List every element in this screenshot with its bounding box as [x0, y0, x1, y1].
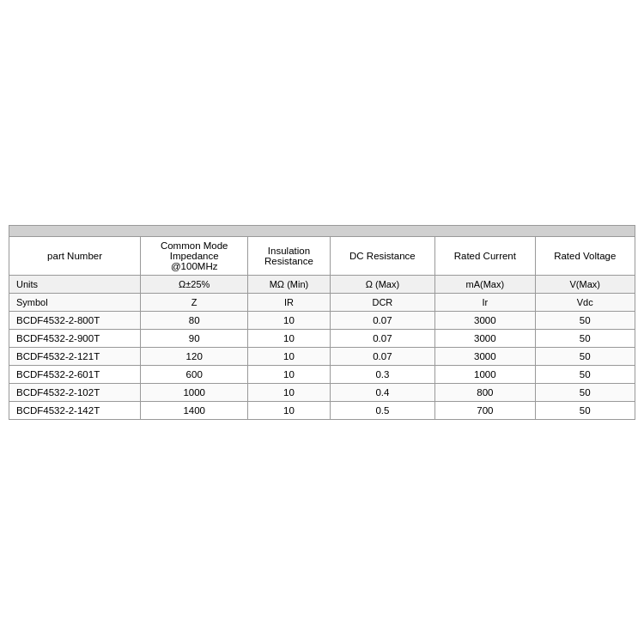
table-row: BCDF4532-2-900T90100.07300050 [9, 329, 635, 347]
table-row: BCDF4532-2-121T120100.07300050 [9, 347, 635, 365]
cell-impedance: 1400 [141, 401, 248, 419]
cell-part_number: BCDF4532-2-142T [9, 401, 141, 419]
symbol-insulation: IR [248, 293, 330, 311]
table-row: BCDF4532-2-142T1400100.570050 [9, 401, 635, 419]
cell-insulation: 10 [248, 383, 330, 401]
cell-rated_current: 800 [435, 383, 535, 401]
cell-part_number: BCDF4532-2-121T [9, 347, 141, 365]
cell-dc_resistance: 0.4 [330, 383, 434, 401]
units-label: Units [9, 275, 141, 293]
page-wrapper: part Number Common ModeImpedance@100MHz … [0, 0, 644, 644]
table-title [9, 225, 635, 236]
col-header-impedance: Common ModeImpedance@100MHz [141, 236, 248, 275]
cell-insulation: 10 [248, 347, 330, 365]
cell-insulation: 10 [248, 365, 330, 383]
table-body: BCDF4532-2-800T80100.07300050BCDF4532-2-… [9, 311, 635, 419]
cell-impedance: 120 [141, 347, 248, 365]
units-insulation: MΩ (Min) [248, 275, 330, 293]
cell-impedance: 80 [141, 311, 248, 329]
symbol-rated-voltage: Vdc [535, 293, 635, 311]
cell-part_number: BCDF4532-2-102T [9, 383, 141, 401]
cell-insulation: 10 [248, 311, 330, 329]
symbol-impedance: Z [141, 293, 248, 311]
col-header-rated-voltage: Rated Voltage [535, 236, 635, 275]
cell-rated_voltage: 50 [535, 347, 635, 365]
cell-dc_resistance: 0.5 [330, 401, 434, 419]
symbol-row: Symbol Z IR DCR Ir Vdc [9, 293, 635, 311]
col-header-rated-current: Rated Current [435, 236, 535, 275]
col-header-dc-resistance: DC Resistance [330, 236, 434, 275]
table-row: BCDF4532-2-601T600100.3100050 [9, 365, 635, 383]
cell-rated_current: 3000 [435, 329, 535, 347]
cell-rated_voltage: 50 [535, 311, 635, 329]
header-row: part Number Common ModeImpedance@100MHz … [9, 236, 635, 275]
cell-impedance: 90 [141, 329, 248, 347]
cell-insulation: 10 [248, 329, 330, 347]
cell-insulation: 10 [248, 401, 330, 419]
col-header-part-number: part Number [9, 236, 141, 275]
symbol-rated-current: Ir [435, 293, 535, 311]
cell-dc_resistance: 0.3 [330, 365, 434, 383]
table-container: part Number Common ModeImpedance@100MHz … [9, 225, 635, 420]
cell-rated_current: 1000 [435, 365, 535, 383]
cell-impedance: 600 [141, 365, 248, 383]
main-table: part Number Common ModeImpedance@100MHz … [9, 236, 635, 420]
cell-rated_current: 3000 [435, 311, 535, 329]
cell-rated_current: 700 [435, 401, 535, 419]
cell-rated_current: 3000 [435, 347, 535, 365]
cell-rated_voltage: 50 [535, 365, 635, 383]
cell-part_number: BCDF4532-2-900T [9, 329, 141, 347]
cell-impedance: 1000 [141, 383, 248, 401]
cell-dc_resistance: 0.07 [330, 347, 434, 365]
units-impedance: Ω±25% [141, 275, 248, 293]
table-row: BCDF4532-2-800T80100.07300050 [9, 311, 635, 329]
cell-rated_voltage: 50 [535, 383, 635, 401]
cell-dc_resistance: 0.07 [330, 311, 434, 329]
symbol-dc-resistance: DCR [330, 293, 434, 311]
cell-rated_voltage: 50 [535, 329, 635, 347]
cell-part_number: BCDF4532-2-800T [9, 311, 141, 329]
col-header-insulation: InsulationResistance [248, 236, 330, 275]
units-row: Units Ω±25% MΩ (Min) Ω (Max) mA(Max) V(M… [9, 275, 635, 293]
units-rated-voltage: V(Max) [535, 275, 635, 293]
units-rated-current: mA(Max) [435, 275, 535, 293]
symbol-label: Symbol [9, 293, 141, 311]
table-row: BCDF4532-2-102T1000100.480050 [9, 383, 635, 401]
cell-dc_resistance: 0.07 [330, 329, 434, 347]
units-dc-resistance: Ω (Max) [330, 275, 434, 293]
cell-part_number: BCDF4532-2-601T [9, 365, 141, 383]
cell-rated_voltage: 50 [535, 401, 635, 419]
